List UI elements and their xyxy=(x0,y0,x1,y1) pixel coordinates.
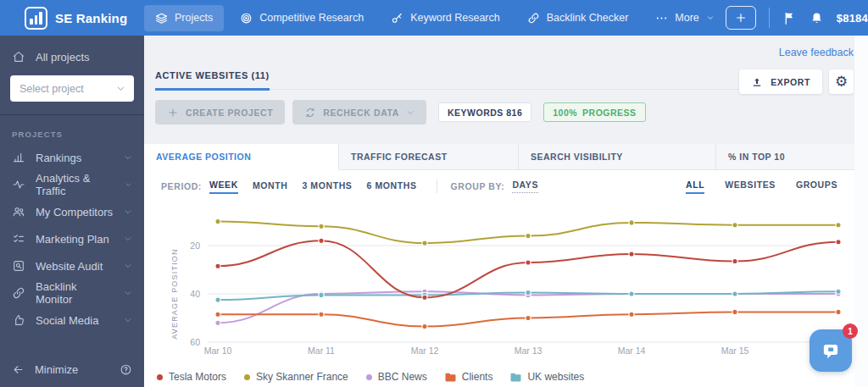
chat-widget-button[interactable]: 1 xyxy=(810,329,852,372)
upload-icon xyxy=(751,76,763,88)
legend-item[interactable]: Clients xyxy=(445,371,493,383)
account-balance[interactable]: $8184.4477 xyxy=(837,12,868,25)
folder-icon xyxy=(510,373,521,382)
tab-traffic-forecast[interactable]: TRAFFIC FORECAST xyxy=(339,144,519,169)
chevron-down-icon xyxy=(116,84,125,93)
project-select[interactable]: Select project xyxy=(10,75,134,102)
sidebar-item-backlink-monitor[interactable]: Backlink Monitor xyxy=(0,279,144,307)
tab-active-websites[interactable]: ACTIVE WEBSITES (11) xyxy=(155,70,270,91)
svg-text:AVERAGE POSITION: AVERAGE POSITION xyxy=(170,248,179,340)
flag-button[interactable] xyxy=(782,11,797,25)
export-button[interactable]: EXPORT xyxy=(739,69,822,94)
chart-controls: PERIOD: WEEK MONTH 3 MONTHS 6 MONTHS GRO… xyxy=(144,170,854,202)
add-button[interactable] xyxy=(726,6,756,30)
tab-search-visibility[interactable]: SEARCH VISIBILITY xyxy=(519,144,716,169)
export-label: EXPORT xyxy=(771,77,810,87)
sidebar-item-marketing-plan[interactable]: Marketing Plan xyxy=(0,225,144,252)
sidebar-item-social-media[interactable]: Social Media xyxy=(0,307,144,334)
svg-text:Mar 11: Mar 11 xyxy=(308,346,335,356)
legend-label: Clients xyxy=(462,371,493,383)
nav-label: Keyword Research xyxy=(410,12,500,24)
nav-item-backlink-checker[interactable]: Backlink Checker xyxy=(516,5,640,31)
sidebar-item-website-audit[interactable]: Website Audit xyxy=(0,252,144,279)
group-by-days[interactable]: DAYS xyxy=(512,180,538,193)
recheck-data-button[interactable]: RECHECK DATA xyxy=(292,100,426,124)
chevron-down-icon xyxy=(124,153,132,162)
settings-button[interactable]: ⚙ xyxy=(829,69,854,94)
people-icon xyxy=(12,205,25,218)
notifications-button[interactable] xyxy=(810,11,824,25)
chevron-down-icon xyxy=(124,262,132,270)
topbar-right: $8184.4477 DA xyxy=(726,6,868,30)
create-project-label: CREATE PROJECT xyxy=(186,108,273,118)
chevron-down-icon xyxy=(124,289,132,297)
tasks-icon xyxy=(12,232,25,246)
scope-websites[interactable]: WEBSITES xyxy=(725,180,776,194)
period-3-months[interactable]: 3 MONTHS xyxy=(302,180,352,193)
link-icon xyxy=(527,12,540,25)
actions-row: CREATE PROJECT RECHECK DATA KEYWORDS 816… xyxy=(155,100,646,124)
create-project-button[interactable]: CREATE PROJECT xyxy=(155,100,285,124)
legend-label: BBC News xyxy=(378,371,427,383)
help-icon[interactable] xyxy=(120,363,132,376)
brand[interactable]: SE Ranking xyxy=(0,7,144,30)
scope-groups[interactable]: GROUPS xyxy=(796,180,837,194)
period-week[interactable]: WEEK xyxy=(209,180,238,194)
legend-label: Sky Skanner France xyxy=(256,371,348,383)
svg-text:Mar 10: Mar 10 xyxy=(204,346,232,356)
tab-percent-in-top-10[interactable]: % IN TOP 10 xyxy=(716,144,854,169)
scope-all[interactable]: ALL xyxy=(686,180,704,194)
svg-text:60: 60 xyxy=(190,337,200,347)
legend-item[interactable]: UK websites xyxy=(510,371,584,383)
arrow-left-icon xyxy=(12,363,25,376)
nav-label: Projects xyxy=(175,12,213,24)
keywords-badge: KEYWORDS 816 xyxy=(438,102,531,122)
nav-item-projects[interactable]: Projects xyxy=(144,5,224,31)
sidebar-item-label: Backlink Monitor xyxy=(36,280,114,306)
brand-name: SE Ranking xyxy=(55,11,127,25)
series-dot-icon xyxy=(157,374,163,380)
svg-text:40: 40 xyxy=(190,289,200,299)
svg-text:Mar 13: Mar 13 xyxy=(515,346,542,356)
bell-icon xyxy=(810,11,824,25)
nav-label: Backlink Checker xyxy=(547,12,629,24)
nav-item-competitive-research[interactable]: Competitive Research xyxy=(229,5,375,31)
nav-item-keyword-research[interactable]: Keyword Research xyxy=(380,5,511,31)
legend-label: Tesla Motors xyxy=(169,371,226,383)
chevron-down-icon xyxy=(124,207,132,216)
tab-average-position[interactable]: AVERAGE POSITION xyxy=(144,144,339,170)
sidebar-item-my-competitors[interactable]: My Competitors xyxy=(0,198,144,225)
chart-tabs: AVERAGE POSITION TRAFFIC FORECAST SEARCH… xyxy=(144,144,854,170)
sidebar-item-all-projects[interactable]: All projects xyxy=(0,36,144,74)
chart-legend: Tesla MotorsSky Skanner FranceBBC NewsCl… xyxy=(157,371,584,383)
legend-item[interactable]: BBC News xyxy=(366,371,427,383)
leave-feedback-link[interactable]: Leave feedback xyxy=(779,47,854,58)
sidebar-item-label: Analytics & Traffic xyxy=(36,172,114,197)
nav-item-more[interactable]: More xyxy=(644,5,725,31)
plus-icon xyxy=(735,12,747,24)
legend-item[interactable]: Sky Skanner France xyxy=(244,371,348,383)
se-ranking-logo-icon xyxy=(25,7,47,30)
legend-label: UK websites xyxy=(527,371,584,383)
sidebar-item-analytics-traffic[interactable]: Analytics & Traffic xyxy=(0,171,144,198)
topbar-divider xyxy=(769,8,770,28)
sidebar-minimize[interactable]: Minimize xyxy=(0,351,144,387)
series-dot-icon xyxy=(244,374,250,380)
svg-text:Mar 14: Mar 14 xyxy=(618,346,646,356)
chevron-down-icon xyxy=(124,235,132,243)
keywords-badge-label: KEYWORDS 816 xyxy=(448,108,522,118)
chevron-down-icon xyxy=(125,180,132,189)
pulse-icon xyxy=(12,178,25,191)
bar-chart-icon xyxy=(12,151,25,164)
average-position-chart: 204060AVERAGE POSITIONMar 10Mar 11Mar 12… xyxy=(144,202,854,363)
refresh-icon xyxy=(304,107,316,119)
progress-label: PROGRESS xyxy=(582,108,637,118)
sidebar-item-label: All projects xyxy=(36,51,90,64)
series-dot-icon xyxy=(366,374,372,380)
period-month[interactable]: MONTH xyxy=(253,180,288,193)
sidebar-item-label: Marketing Plan xyxy=(36,233,109,246)
sidebar-item-rankings[interactable]: Rankings xyxy=(0,144,144,171)
legend-item[interactable]: Tesla Motors xyxy=(157,371,226,383)
chevron-down-icon xyxy=(706,14,715,22)
period-6-months[interactable]: 6 MONTHS xyxy=(366,180,416,193)
